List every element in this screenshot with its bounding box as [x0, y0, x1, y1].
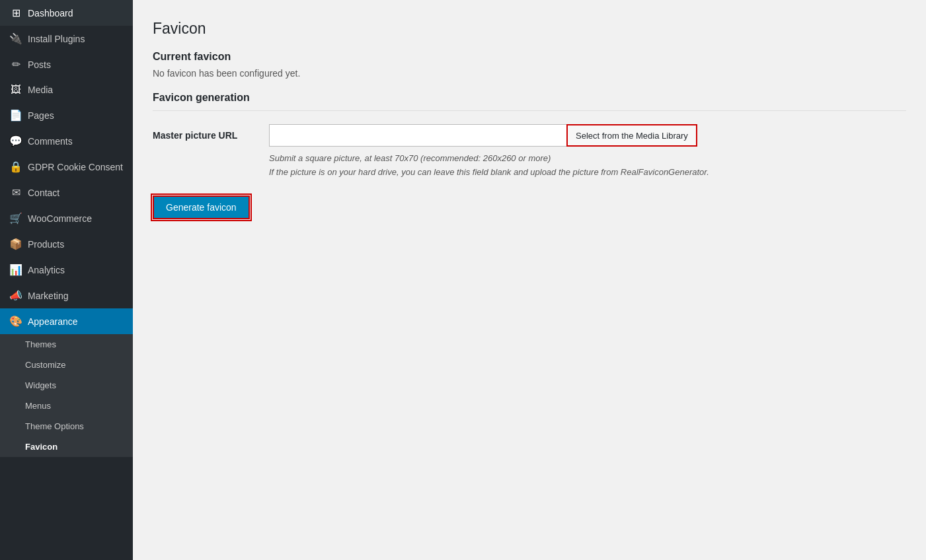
plugin-icon: 🔌: [9, 32, 22, 45]
sidebar-item-woocommerce[interactable]: 🛒 WooCommerce: [0, 205, 133, 231]
sidebar: ⊞ Dashboard 🔌 Install Plugins ✏ Posts 🖼 …: [0, 0, 133, 560]
page-title: Favicon: [153, 20, 906, 38]
sidebar-item-marketing[interactable]: 📣 Marketing: [0, 283, 133, 308]
submenu-item-theme-options[interactable]: Theme Options: [0, 416, 133, 437]
sidebar-item-label: Analytics: [28, 265, 65, 275]
current-favicon-heading: Current favicon: [153, 51, 906, 63]
generate-favicon-button[interactable]: Generate favicon: [153, 195, 250, 219]
sidebar-item-label: Marketing: [28, 291, 68, 301]
sidebar-item-label: Pages: [28, 110, 54, 121]
sidebar-item-label: Contact: [28, 188, 59, 198]
sidebar-item-contact[interactable]: ✉ Contact: [0, 180, 133, 205]
sidebar-item-comments[interactable]: 💬 Comments: [0, 128, 133, 154]
analytics-icon: 📊: [9, 263, 22, 276]
submenu-item-themes[interactable]: Themes: [0, 334, 133, 355]
sidebar-item-label: Install Plugins: [28, 34, 85, 44]
sidebar-item-pages[interactable]: 📄 Pages: [0, 102, 133, 128]
submenu-item-widgets[interactable]: Widgets: [0, 375, 133, 396]
main-content: Favicon Current favicon No favicon has b…: [133, 0, 926, 560]
sidebar-item-appearance[interactable]: 🎨 Appearance: [0, 308, 133, 334]
appearance-icon: 🎨: [9, 315, 22, 328]
section-divider: [153, 110, 906, 111]
sidebar-item-label: GDPR Cookie Consent: [28, 162, 123, 172]
sidebar-item-install-plugins[interactable]: 🔌 Install Plugins: [0, 26, 133, 52]
sidebar-item-dashboard[interactable]: ⊞ Dashboard: [0, 0, 133, 26]
form-help-text: Submit a square picture, at least 70x70 …: [269, 152, 906, 180]
sidebar-item-label: Appearance: [28, 316, 78, 327]
sidebar-item-analytics[interactable]: 📊 Analytics: [0, 257, 133, 283]
sidebar-item-posts[interactable]: ✏ Posts: [0, 52, 133, 77]
media-icon: 🖼: [9, 84, 22, 96]
products-icon: 📦: [9, 238, 22, 250]
submenu-item-favicon[interactable]: Favicon: [0, 437, 133, 457]
woocommerce-icon: 🛒: [9, 212, 22, 225]
posts-icon: ✏: [9, 58, 22, 71]
master-picture-url-input[interactable]: [269, 124, 566, 147]
sidebar-item-label: Media: [28, 85, 53, 95]
sidebar-item-media[interactable]: 🖼 Media: [0, 77, 133, 102]
sidebar-item-label: WooCommerce: [28, 213, 92, 224]
sidebar-item-label: Dashboard: [28, 8, 73, 18]
help-line-1: Submit a square picture, at least 70x70 …: [269, 152, 906, 166]
sidebar-item-label: Comments: [28, 136, 73, 147]
no-favicon-text: No favicon has been configured yet.: [153, 68, 906, 79]
master-picture-label: Master picture URL: [153, 130, 258, 141]
sidebar-item-gdpr[interactable]: 🔒 GDPR Cookie Consent: [0, 154, 133, 180]
pages-icon: 📄: [9, 109, 22, 122]
submenu-item-menus[interactable]: Menus: [0, 396, 133, 416]
current-favicon-section: Current favicon No favicon has been conf…: [153, 51, 906, 79]
gdpr-icon: 🔒: [9, 160, 22, 173]
comments-icon: 💬: [9, 135, 22, 147]
favicon-generation-heading: Favicon generation: [153, 92, 906, 104]
favicon-generation-section: Favicon generation Master picture URL Se…: [153, 92, 906, 219]
url-input-group: Select from the Media Library: [269, 124, 697, 147]
help-line-2: If the picture is on your hard drive, yo…: [269, 166, 906, 180]
select-media-library-button[interactable]: Select from the Media Library: [566, 124, 697, 147]
appearance-submenu: Themes Customize Widgets Menus Theme Opt…: [0, 334, 133, 457]
marketing-icon: 📣: [9, 289, 22, 302]
sidebar-item-products[interactable]: 📦 Products: [0, 231, 133, 257]
sidebar-item-label: Posts: [28, 59, 51, 70]
submenu-item-customize[interactable]: Customize: [0, 355, 133, 375]
contact-icon: ✉: [9, 186, 22, 199]
dashboard-icon: ⊞: [9, 7, 22, 19]
sidebar-item-label: Products: [28, 239, 64, 250]
master-picture-row: Master picture URL Select from the Media…: [153, 124, 906, 147]
